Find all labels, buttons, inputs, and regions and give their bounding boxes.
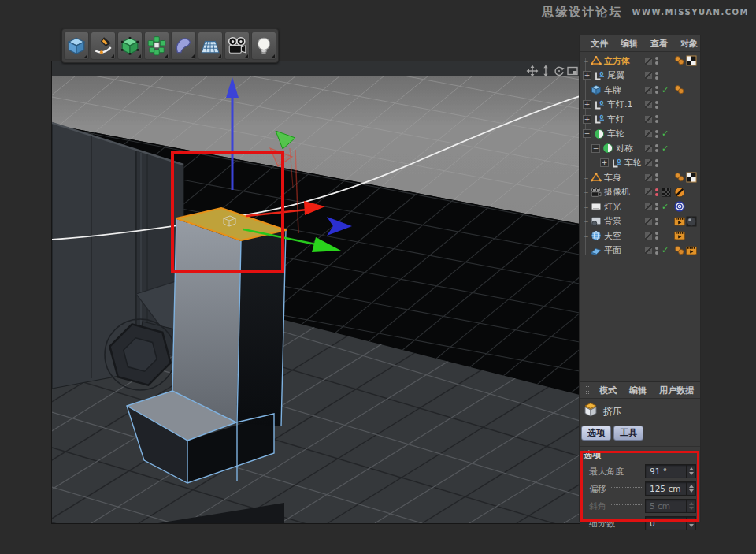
target-tag-icon[interactable] bbox=[674, 201, 685, 212]
object-row-plane[interactable]: –平面✓ bbox=[580, 244, 700, 258]
visibility-dots[interactable] bbox=[655, 173, 658, 181]
expand-icon[interactable]: + bbox=[600, 158, 609, 167]
om-menu-file[interactable]: 文件 bbox=[584, 38, 614, 50]
layer-swatch[interactable] bbox=[645, 247, 652, 254]
max-angle-field[interactable]: 91 ° bbox=[645, 464, 696, 478]
material-tag-icon[interactable] bbox=[686, 216, 697, 227]
layer-swatch[interactable] bbox=[645, 58, 652, 65]
layer-swatch[interactable] bbox=[645, 130, 652, 137]
texture-tag-icon[interactable] bbox=[686, 172, 697, 183]
visibility-dots[interactable] bbox=[655, 101, 658, 109]
display-checker-icon[interactable] bbox=[662, 188, 671, 197]
object-label[interactable]: 车灯 bbox=[607, 113, 624, 125]
layer-swatch[interactable] bbox=[645, 232, 652, 240]
bevel-field[interactable]: 5 cm bbox=[645, 499, 696, 513]
expand-icon[interactable]: + bbox=[583, 71, 591, 80]
expand-icon[interactable]: + bbox=[583, 100, 591, 109]
visibility-dots[interactable] bbox=[655, 232, 658, 240]
object-row-tail-wing[interactable]: +0尾翼 bbox=[580, 69, 700, 84]
layer-swatch[interactable] bbox=[645, 72, 652, 79]
compositing-tag-icon[interactable] bbox=[674, 216, 685, 227]
offset-field-spinner[interactable] bbox=[686, 482, 695, 495]
spline-pen-tool[interactable] bbox=[91, 32, 116, 60]
phong-tag-icon[interactable] bbox=[674, 84, 685, 95]
layer-swatch[interactable] bbox=[645, 116, 652, 123]
visibility-dots[interactable] bbox=[655, 218, 658, 225]
visibility-dots[interactable] bbox=[655, 72, 658, 80]
light-tool[interactable] bbox=[251, 32, 276, 60]
am-menu-edit[interactable]: 编辑 bbox=[623, 385, 653, 396]
enabled-check-icon[interactable]: ✓ bbox=[662, 143, 671, 154]
visibility-dots[interactable] bbox=[655, 86, 658, 94]
object-label[interactable]: 车轮 bbox=[624, 157, 642, 169]
deformer-tool[interactable] bbox=[171, 32, 196, 60]
viewport-canvas[interactable] bbox=[52, 61, 580, 523]
object-label[interactable]: 车灯.1 bbox=[607, 99, 633, 110]
layer-swatch[interactable] bbox=[645, 101, 652, 108]
object-row-headlight[interactable]: +0车灯 bbox=[580, 112, 700, 127]
object-row-cube[interactable]: –立方体 bbox=[580, 54, 700, 69]
object-row-car-body[interactable]: –车身 bbox=[580, 170, 700, 185]
object-row-background[interactable]: –背景 bbox=[580, 214, 700, 229]
cube-primitive-tool[interactable] bbox=[64, 32, 89, 60]
editable-mesh-tool[interactable] bbox=[117, 32, 143, 60]
layer-swatch[interactable] bbox=[645, 159, 652, 166]
layer-swatch[interactable] bbox=[645, 87, 652, 94]
subdivision-field[interactable]: 0 bbox=[645, 516, 696, 530]
collapse-icon[interactable]: − bbox=[583, 129, 591, 138]
object-label[interactable]: 车牌 bbox=[604, 84, 621, 96]
object-row-light[interactable]: –灯光✓ bbox=[580, 199, 700, 214]
layer-swatch[interactable] bbox=[645, 174, 652, 181]
visibility-dots[interactable] bbox=[655, 130, 658, 138]
object-row-camera[interactable]: –摄像机 bbox=[580, 185, 700, 200]
layer-swatch[interactable] bbox=[645, 145, 652, 152]
enabled-check-icon[interactable]: ✓ bbox=[662, 202, 671, 212]
visibility-dots[interactable] bbox=[655, 159, 658, 167]
max-angle-field-spinner[interactable] bbox=[686, 465, 695, 478]
bevel-field-value[interactable]: 5 cm bbox=[646, 501, 686, 511]
object-label[interactable]: 车轮 bbox=[607, 128, 624, 139]
visibility-dots[interactable] bbox=[655, 115, 658, 123]
visibility-dots[interactable] bbox=[655, 188, 658, 196]
object-label[interactable]: 平面 bbox=[604, 244, 621, 256]
tab-options[interactable]: 选项 bbox=[581, 426, 611, 441]
visibility-dots[interactable] bbox=[655, 57, 658, 65]
om-menu-edit[interactable]: 编辑 bbox=[614, 38, 644, 50]
tab-tool[interactable]: 工具 bbox=[613, 426, 643, 441]
panel-grip-icon[interactable] bbox=[583, 385, 591, 395]
phong-tag-icon[interactable] bbox=[674, 245, 685, 256]
layer-swatch[interactable] bbox=[645, 203, 652, 210]
protection-tag-icon[interactable] bbox=[674, 187, 685, 198]
visibility-dots[interactable] bbox=[655, 203, 658, 210]
generators-tool[interactable] bbox=[144, 32, 169, 60]
object-label[interactable]: 尾翼 bbox=[607, 69, 624, 81]
offset-field[interactable]: 125 cm bbox=[645, 481, 696, 496]
object-label[interactable]: 背景 bbox=[604, 215, 621, 227]
object-label[interactable]: 对称 bbox=[616, 143, 633, 154]
compositing-tag-icon[interactable] bbox=[686, 245, 697, 256]
3d-viewport[interactable] bbox=[51, 61, 580, 524]
object-row-wheel[interactable]: −车轮✓ bbox=[580, 127, 700, 142]
enabled-check-icon[interactable]: ✓ bbox=[662, 128, 671, 139]
offset-field-value[interactable]: 125 cm bbox=[646, 484, 686, 493]
collapse-icon[interactable]: − bbox=[591, 144, 600, 153]
visibility-dots[interactable] bbox=[655, 247, 658, 255]
phong-tag-icon[interactable] bbox=[674, 55, 685, 66]
object-label[interactable]: 车身 bbox=[604, 172, 621, 184]
object-row-headlight-1[interactable]: +0车灯.1 bbox=[580, 98, 700, 113]
layer-swatch[interactable] bbox=[645, 188, 652, 195]
object-label[interactable]: 天空 bbox=[604, 230, 621, 242]
phong-tag-icon[interactable] bbox=[674, 172, 685, 183]
subdivision-field-value[interactable]: 0 bbox=[646, 519, 686, 528]
object-label[interactable]: 灯光 bbox=[604, 201, 621, 213]
environment-floor-tool[interactable] bbox=[198, 32, 223, 60]
texture-tag-icon[interactable] bbox=[686, 55, 697, 66]
object-label[interactable]: 摄像机 bbox=[604, 186, 630, 198]
expand-icon[interactable]: + bbox=[583, 115, 591, 124]
am-menu-mode[interactable]: 模式 bbox=[593, 385, 623, 396]
camera-tool[interactable] bbox=[224, 32, 250, 60]
object-row-sky[interactable]: –天空 bbox=[580, 229, 700, 244]
am-menu-userdata[interactable]: 用户数据 bbox=[653, 385, 700, 396]
visibility-dots[interactable] bbox=[655, 144, 658, 152]
om-menu-object[interactable]: 对象 bbox=[674, 38, 704, 50]
